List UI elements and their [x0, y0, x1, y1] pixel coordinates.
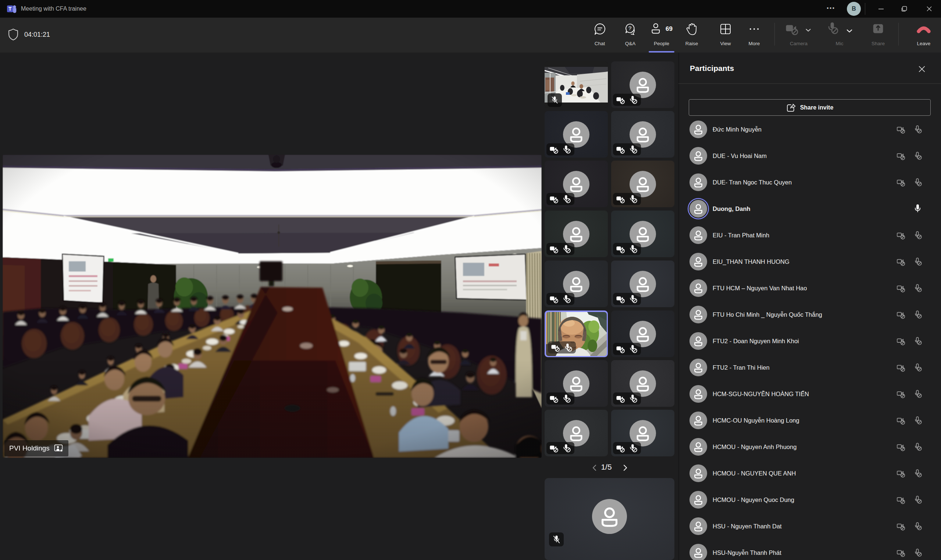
svg-text:?: ? [628, 25, 632, 31]
svg-text:T: T [8, 6, 12, 12]
